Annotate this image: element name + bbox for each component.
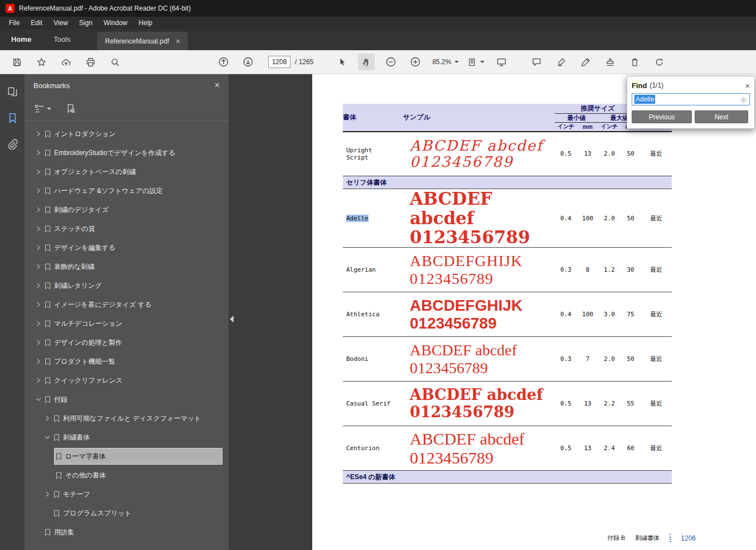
tab-close-icon[interactable]: × — [176, 37, 180, 45]
bookmark-item-selected[interactable]: ローマ字書体 — [25, 447, 229, 466]
bookmark-item[interactable]: 刺繍レタリング — [25, 276, 229, 295]
bookmark-item[interactable]: 刺繍書体 — [25, 428, 229, 447]
comment-button[interactable] — [528, 54, 545, 70]
menu-help[interactable]: Help — [133, 19, 158, 27]
menu-edit[interactable]: Edit — [25, 19, 48, 27]
chevron-right-icon[interactable] — [33, 225, 43, 232]
page-thumbnails-icon[interactable] — [7, 86, 18, 97]
presentation-mode-button[interactable] — [493, 54, 510, 70]
sign-button[interactable] — [577, 54, 594, 70]
previous-page-button[interactable] — [215, 54, 232, 70]
chevron-down-icon[interactable] — [42, 434, 52, 441]
share-button[interactable] — [57, 54, 74, 70]
find-previous-button[interactable]: Previous — [632, 110, 692, 123]
chevron-down-icon — [454, 61, 459, 63]
menu-sign[interactable]: Sign — [74, 19, 98, 27]
chevron-right-icon[interactable] — [42, 491, 52, 498]
bookmarks-panel-icon[interactable] — [7, 113, 18, 123]
save-button[interactable] — [8, 54, 25, 70]
bookmark-item[interactable]: 用語集 — [25, 523, 229, 542]
bookmark-item[interactable]: 刺繍のデジタイズ — [25, 200, 229, 219]
chevron-right-icon[interactable] — [33, 187, 43, 194]
bookmark-item[interactable]: 利用可能なファイルと ディスクフォーマット — [25, 409, 229, 428]
table-row: Athletica ABCDEFGHIJK0123456789 0.4 100 … — [343, 292, 672, 337]
select-tool-button[interactable] — [333, 54, 350, 70]
find-current-bookmark-button[interactable] — [66, 104, 75, 113]
pointer-icon — [337, 57, 346, 66]
bookmark-item[interactable]: EmbroideryStudioでデザインを作成する — [25, 143, 229, 162]
chevron-right-icon[interactable] — [33, 301, 43, 308]
find-input[interactable]: Adelle — [632, 93, 750, 105]
bookmark-item[interactable]: その他の書体 — [25, 466, 229, 485]
search-button[interactable] — [106, 54, 123, 70]
menu-view[interactable]: View — [48, 19, 74, 27]
chevron-right-icon[interactable] — [33, 168, 43, 175]
find-next-button[interactable]: Next — [695, 110, 748, 123]
chevron-right-icon[interactable] — [33, 358, 43, 365]
search-icon — [110, 57, 120, 67]
bookmark-item[interactable]: クイックリファレンス — [25, 371, 229, 390]
chevron-right-icon[interactable] — [33, 263, 43, 270]
chevron-right-icon[interactable] — [33, 282, 43, 289]
bookmark-item[interactable]: デザインの処理と製作 — [25, 333, 229, 352]
pdf-page: 書体 サンプル 推奨サイズ 最小値 最大値 インチ mm インチ mm — [312, 74, 756, 550]
hand-tool-button[interactable] — [358, 54, 375, 70]
delete-button[interactable] — [626, 54, 643, 70]
attachments-icon[interactable] — [7, 139, 18, 149]
chevron-right-icon[interactable] — [33, 244, 43, 251]
stamp-button[interactable] — [602, 54, 618, 70]
tab-document[interactable]: ReferenceManual.pdf × — [97, 32, 188, 50]
bookmark-item[interactable]: プロダクト機能一覧 — [25, 352, 229, 371]
bookmark-options-dropdown[interactable] — [35, 104, 51, 113]
tab-home[interactable]: Home — [0, 29, 42, 50]
next-page-button[interactable] — [240, 54, 256, 70]
chevron-right-icon[interactable] — [33, 206, 43, 213]
zoom-in-button[interactable] — [407, 54, 424, 70]
chevron-right-icon[interactable] — [33, 320, 43, 327]
find-close-icon[interactable]: × — [745, 81, 750, 90]
panel-collapse-handle[interactable] — [230, 313, 236, 325]
chevron-right-icon[interactable] — [33, 339, 43, 346]
menu-file[interactable]: File — [3, 19, 25, 27]
bookmark-item[interactable]: 付録 — [25, 390, 229, 409]
bookmark-item[interactable]: デザインを編集する — [25, 238, 229, 257]
chevron-right-icon[interactable] — [42, 415, 52, 422]
bookmark-icon — [45, 529, 51, 536]
bookmark-item[interactable]: イントロダクション — [25, 124, 229, 143]
chevron-right-icon[interactable] — [33, 149, 43, 156]
bookmark-item[interactable]: ハードウェア &ソフトウェアの設定 — [25, 181, 229, 200]
favorite-button[interactable] — [33, 54, 50, 70]
panel-close-icon[interactable]: × — [215, 81, 220, 90]
bookmark-item[interactable]: 装飾的な刺繍 — [25, 257, 229, 276]
font-sample: ABCDEF abcdef0123456789 — [403, 426, 555, 471]
zoom-out-button[interactable] — [382, 54, 399, 70]
chevron-right-icon[interactable] — [33, 131, 43, 137]
bookmark-icon — [54, 491, 60, 498]
find-result-highlight: Adelle — [346, 215, 369, 222]
print-button[interactable] — [82, 54, 99, 70]
bookmark-item[interactable]: イメージを基にデジタイズ する — [25, 295, 229, 314]
bookmark-item[interactable]: オブジェクトベースの刺繍 — [25, 162, 229, 181]
bookmark-item[interactable]: プログラムスプリット — [25, 504, 229, 523]
highlight-button[interactable] — [553, 54, 569, 70]
page-footer: 付録 B 刺繍書体 1206 — [607, 534, 696, 542]
bookmark-icon — [56, 472, 62, 479]
bookmark-icon — [45, 339, 51, 346]
bookmark-item[interactable]: ステッチの質 — [25, 219, 229, 238]
footer-page-number: 1206 — [681, 534, 696, 542]
find-result-count: (1/1) — [650, 81, 663, 89]
gear-icon[interactable] — [740, 96, 747, 106]
chevron-down-icon[interactable] — [33, 396, 43, 403]
font-sample: ABCDEF abcdef0123456789 — [403, 337, 555, 382]
rotate-button[interactable] — [651, 54, 667, 70]
chevron-right-icon[interactable] — [33, 377, 43, 384]
find-dialog-title: Find — [632, 81, 647, 90]
bookmark-item[interactable]: マルチデコレーション — [25, 314, 229, 333]
page-number-input[interactable] — [268, 56, 290, 68]
tab-tools[interactable]: Tools — [42, 29, 81, 50]
bookmark-item[interactable]: モチーフ — [25, 485, 229, 504]
zoom-level-dropdown[interactable]: 85.2% — [432, 58, 459, 66]
menu-window[interactable]: Window — [98, 19, 133, 27]
bookmark-icon — [45, 320, 51, 327]
page-fit-dropdown[interactable] — [468, 57, 484, 67]
